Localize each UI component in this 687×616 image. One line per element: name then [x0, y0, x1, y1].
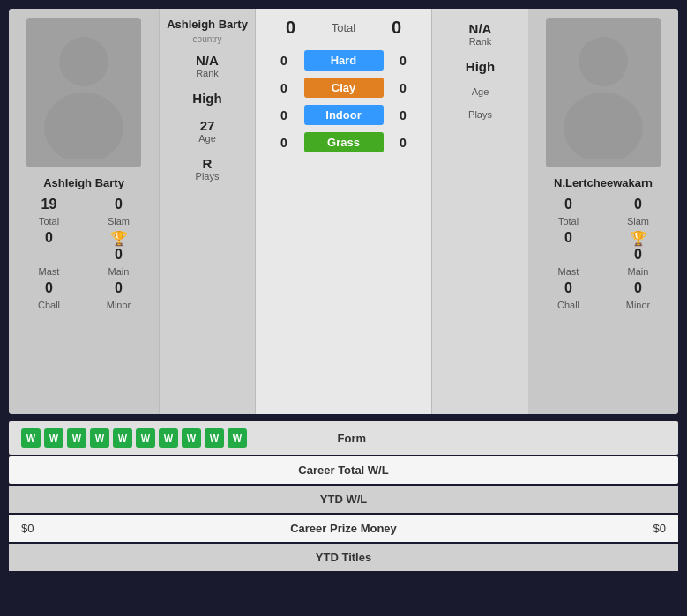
form-badge-9: W — [228, 428, 247, 448]
left-player-avatar — [26, 18, 141, 167]
left-stats-grid: 19 0 Total Slam 0 🏆 0 Mast Main 0 0 Chal… — [18, 197, 150, 310]
right-age-block: Age — [472, 86, 489, 97]
right-total-score: 0 — [384, 18, 410, 38]
ytd-wl-row: YTD W/L — [9, 486, 678, 513]
right-plays-block: Plays — [468, 109, 492, 120]
left-total-label: Total — [18, 216, 80, 226]
right-main-label: Main — [607, 266, 669, 277]
form-badge-5: W — [136, 428, 155, 448]
right-rank-block: N/A Rank — [469, 21, 492, 47]
right-player-info-card: N/A Rank High Age Plays — [431, 9, 528, 414]
surface-left-score-2: 0 — [273, 108, 295, 122]
ytd-wl-label: YTD W/L — [21, 493, 666, 506]
left-main-value: 0 — [115, 247, 123, 263]
left-minor-label: Minor — [87, 300, 150, 310]
right-rank-value: N/A — [469, 21, 492, 36]
form-row: WWWWWWWWWW Form — [9, 421, 678, 455]
ytd-titles-row: YTD Titles — [9, 544, 678, 571]
career-prize-label: Career Prize Money — [236, 522, 452, 535]
left-age-block: 27 Age — [198, 118, 216, 144]
left-trophy-icon: 🏆 — [110, 230, 128, 247]
surface-row-hard: 0 Hard 0 — [273, 50, 414, 71]
right-trophy-icon: 🏆 — [630, 230, 647, 247]
surface-row-clay: 0 Clay 0 — [273, 78, 414, 98]
surface-btn-hard[interactable]: Hard — [304, 50, 384, 71]
left-player-info-card: Ashleigh Barty country N/A Rank High 27 … — [159, 9, 256, 414]
surface-left-score-3: 0 — [273, 136, 295, 150]
form-badge-1: W — [44, 428, 63, 448]
left-mast-value: 0 — [18, 230, 80, 263]
bottom-section: WWWWWWWWWW Form Career Total W/L YTD W/L… — [9, 421, 678, 571]
svg-point-2 — [579, 37, 628, 86]
left-rank-block: N/A Rank — [196, 53, 219, 78]
left-chall-value: 0 — [18, 280, 80, 296]
right-chall-value: 0 — [537, 280, 600, 296]
right-stats-grid: 0 0 Total Slam 0 🏆 0 Mast Main 0 0 Chall… — [537, 197, 669, 310]
left-player-name: Ashleigh Barty — [43, 176, 124, 189]
surface-right-score-2: 0 — [392, 108, 414, 122]
surface-right-score-0: 0 — [392, 54, 414, 68]
svg-point-3 — [564, 93, 643, 159]
left-rank-value: N/A — [196, 53, 219, 68]
svg-point-0 — [59, 37, 108, 86]
career-prize-row: $0 Career Prize Money $0 — [9, 515, 678, 542]
left-age-label: Age — [198, 133, 216, 144]
right-player-name: N.Lertcheewakarn — [554, 176, 653, 189]
right-chall-label: Chall — [537, 300, 600, 310]
left-rank-label: Rank — [196, 68, 219, 78]
main-container: Ashleigh Barty 19 0 Total Slam 0 🏆 0 Mas… — [0, 0, 687, 580]
right-total-label: Total — [537, 216, 600, 226]
form-badge-4: W — [113, 428, 132, 448]
total-row: 0 Total 0 — [256, 18, 431, 38]
ytd-titles-label: YTD Titles — [21, 551, 666, 564]
surface-left-score-1: 0 — [273, 81, 295, 95]
surface-right-score-3: 0 — [392, 136, 414, 150]
left-plays-label: Plays — [196, 171, 220, 182]
right-total-value: 0 — [537, 197, 600, 212]
left-total-score: 0 — [278, 18, 304, 38]
left-age-value: 27 — [198, 118, 216, 133]
surface-btn-grass[interactable]: Grass — [304, 132, 384, 152]
total-label: Total — [322, 21, 366, 34]
career-wl-label: Career Total W/L — [21, 464, 666, 477]
form-badge-6: W — [159, 428, 178, 448]
surface-left-score-0: 0 — [273, 54, 295, 68]
right-main-value: 0 — [634, 247, 642, 263]
left-plays-value: R — [196, 156, 220, 171]
form-badge-3: W — [90, 428, 109, 448]
right-age-label: Age — [472, 86, 489, 97]
right-minor-label: Minor — [607, 300, 669, 310]
form-badge-8: W — [205, 428, 224, 448]
left-slam-value: 0 — [87, 197, 150, 212]
surface-rows: 0 Hard 0 0 Clay 0 0 Indoor 0 0 Grass 0 — [273, 50, 414, 160]
right-high-block: High — [466, 59, 495, 74]
svg-point-1 — [44, 93, 123, 159]
players-section: Ashleigh Barty 19 0 Total Slam 0 🏆 0 Mas… — [9, 9, 678, 414]
surface-row-indoor: 0 Indoor 0 — [273, 105, 414, 125]
left-country: country — [193, 34, 222, 44]
left-plays-block: R Plays — [196, 156, 220, 182]
center-section: 0 Total 0 0 Hard 0 0 Clay 0 0 Indoor 0 0… — [256, 9, 431, 414]
career-wl-row: Career Total W/L — [9, 456, 678, 484]
right-minor-value: 0 — [607, 280, 669, 296]
right-mast-label: Mast — [537, 266, 600, 277]
right-player-photo-card: N.Lertcheewakarn 0 0 Total Slam 0 🏆 0 Ma… — [528, 9, 678, 414]
form-label: Form — [247, 432, 457, 445]
surface-btn-indoor[interactable]: Indoor — [304, 105, 384, 125]
right-slam-label: Slam — [607, 216, 669, 226]
left-minor-value: 0 — [87, 280, 150, 296]
right-prize: $0 — [451, 522, 666, 535]
left-main-label: Main — [87, 266, 150, 277]
right-slam-value: 0 — [607, 197, 669, 212]
left-high-value: High — [192, 91, 221, 106]
surface-row-grass: 0 Grass 0 — [273, 132, 414, 152]
left-info-name: Ashleigh Barty — [167, 18, 248, 31]
left-chall-label: Chall — [18, 300, 80, 310]
form-badge-2: W — [67, 428, 86, 448]
right-mast-value: 0 — [537, 230, 600, 263]
left-mast-label: Mast — [18, 266, 80, 277]
left-high-block: High — [192, 91, 221, 106]
form-badge-7: W — [182, 428, 201, 448]
surface-btn-clay[interactable]: Clay — [304, 78, 384, 98]
right-high-value: High — [466, 59, 495, 74]
